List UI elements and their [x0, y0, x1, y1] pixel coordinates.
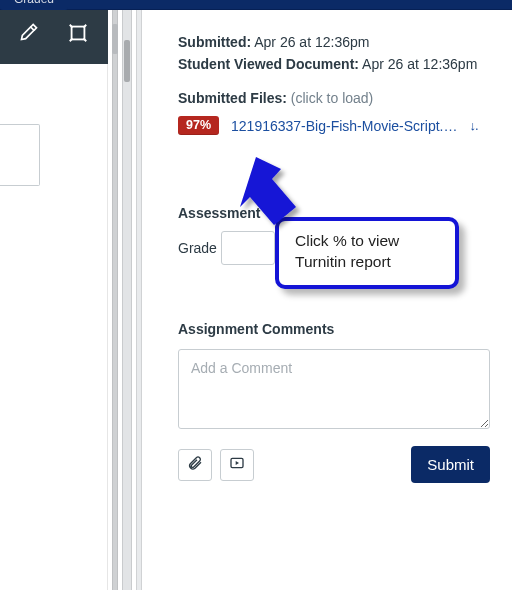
- similarity-badge[interactable]: 97%: [178, 116, 219, 135]
- annotation-toolbar: [0, 10, 108, 64]
- comments-section: Assignment Comments Submit: [178, 321, 490, 483]
- document-preview-column: [0, 64, 108, 590]
- grade-row: Grade: [178, 231, 490, 265]
- viewed-label: Student Viewed Document:: [178, 56, 359, 72]
- grade-input[interactable]: [221, 231, 275, 265]
- document-page-edge: [0, 124, 40, 186]
- play-rect-icon: [229, 455, 245, 474]
- submitted-file-link[interactable]: 121916337-Big-Fish-Movie-Script.…: [231, 118, 457, 134]
- download-icon[interactable]: ↓.: [469, 118, 477, 133]
- attach-file-button[interactable]: [178, 449, 212, 481]
- files-label-text: Submitted Files:: [178, 90, 287, 106]
- submitted-row: Submitted: Apr 26 at 12:36pm: [178, 34, 490, 50]
- grading-panel: Submitted: Apr 26 at 12:36pm Student Vie…: [148, 10, 512, 590]
- viewed-row: Student Viewed Document: Apr 26 at 12:36…: [178, 56, 490, 72]
- submitted-label: Submitted:: [178, 34, 251, 50]
- files-hint: (click to load): [291, 90, 373, 106]
- submit-button[interactable]: Submit: [411, 446, 490, 483]
- comment-textarea[interactable]: [178, 349, 490, 429]
- pane-divider[interactable]: [108, 10, 148, 590]
- submitted-files-label: Submitted Files: (click to load): [178, 90, 490, 106]
- brush-icon[interactable]: [19, 22, 39, 45]
- grading-status-tab: Graded: [0, 0, 68, 10]
- submitted-value: Apr 26 at 12:36pm: [254, 34, 369, 50]
- paperclip-icon: [187, 455, 203, 474]
- top-bar: Graded: [0, 0, 512, 10]
- crop-icon[interactable]: [67, 22, 89, 47]
- media-comment-button[interactable]: [220, 449, 254, 481]
- grade-label: Grade: [178, 240, 217, 256]
- file-row: 97% 121916337-Big-Fish-Movie-Script.… ↓.: [178, 116, 490, 135]
- viewed-value: Apr 26 at 12:36pm: [362, 56, 477, 72]
- comments-heading: Assignment Comments: [178, 321, 490, 337]
- assessment-heading: Assessment: [178, 205, 490, 221]
- svg-rect-0: [72, 27, 85, 40]
- assessment-section: Assessment Grade: [178, 205, 490, 265]
